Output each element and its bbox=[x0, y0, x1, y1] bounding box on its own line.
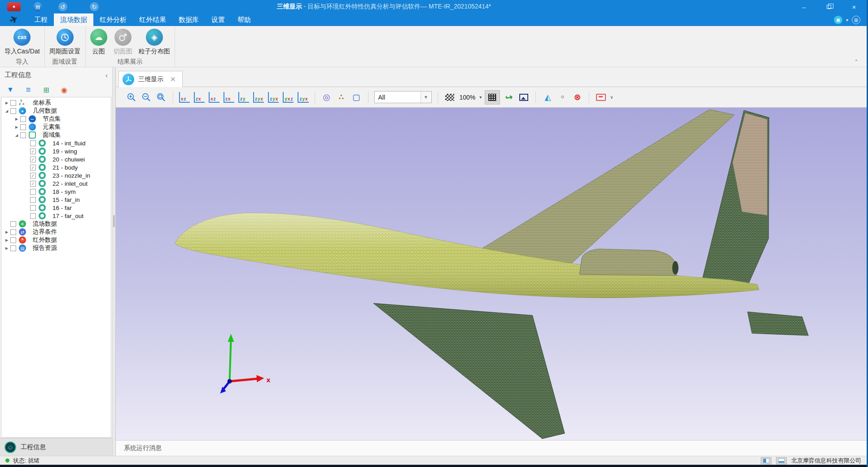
tree-checkbox[interactable] bbox=[10, 221, 16, 227]
combo-arrow-icon[interactable]: ▼ bbox=[421, 92, 431, 103]
tree-item-label[interactable]: 流场数据 bbox=[32, 220, 57, 228]
tree-checkbox[interactable] bbox=[20, 132, 26, 138]
tree-checkbox[interactable] bbox=[30, 189, 36, 195]
tree-item-label[interactable]: 报告资源 bbox=[32, 244, 57, 252]
ribbon-button-导入Cas/Dat[interactable]: cas导入Cas/Dat bbox=[2, 28, 43, 56]
tree-item-label[interactable]: 几何数据 bbox=[32, 107, 57, 115]
menu-item-帮助[interactable]: 帮助 bbox=[231, 13, 257, 26]
tree-item-label[interactable]: 23 - nozzle_in bbox=[52, 172, 90, 179]
tree-checkbox[interactable] bbox=[30, 197, 36, 203]
tree-item-16 - far[interactable]: 16 - far bbox=[1, 204, 111, 212]
tree-item-18 - sym[interactable]: 18 - sym bbox=[1, 188, 111, 196]
locate-icon[interactable]: ◎ bbox=[321, 91, 333, 104]
project-tree[interactable]: ▶yzx坐标系◢▲几何数据▶••节点集▶◌元素集◢面域集14 - int_flu… bbox=[1, 97, 111, 438]
minimize-button[interactable]: – bbox=[791, 0, 816, 13]
network-icon[interactable]: ⚬ bbox=[557, 91, 568, 104]
tree-item-label[interactable]: 15 - far_in bbox=[52, 196, 80, 203]
tree-expander-icon[interactable]: ▶ bbox=[13, 117, 20, 121]
tree-item-label[interactable]: 红外数据 bbox=[32, 236, 57, 244]
tree-item-流场数据[interactable]: <流场数据 bbox=[1, 220, 111, 228]
tree-checkbox[interactable]: ✓ bbox=[30, 148, 36, 154]
snapshot-icon[interactable] bbox=[518, 91, 530, 104]
redo-icon[interactable]: ↻ bbox=[90, 2, 99, 11]
view-orientation-icon-9[interactable]: zyx bbox=[298, 92, 308, 103]
ribbon-button-周期面设置[interactable]: 周期面设置 bbox=[47, 28, 83, 56]
pattern-icon[interactable] bbox=[444, 91, 456, 104]
zoom-percent[interactable]: 100% bbox=[460, 94, 476, 101]
filter-grid-icon[interactable]: ⊞ bbox=[40, 86, 52, 94]
view-orientation-icon-7[interactable]: zyx bbox=[268, 92, 279, 103]
tree-checkbox[interactable] bbox=[10, 100, 16, 106]
tree-checkbox[interactable] bbox=[10, 108, 16, 114]
ribbon-button-粒子分布图[interactable]: ◈粒子分布图 bbox=[136, 28, 173, 56]
tree-item-22 - inlet_out[interactable]: ✓22 - inlet_out bbox=[1, 179, 111, 188]
viewport-3d[interactable]: x bbox=[116, 108, 867, 440]
tree-checkbox[interactable] bbox=[20, 116, 26, 122]
layout-bottom-toggle[interactable] bbox=[776, 457, 787, 464]
tree-item-报告资源[interactable]: ▶▤报告资源 bbox=[1, 244, 111, 252]
menu-item-数据库[interactable]: 数据库 bbox=[172, 13, 205, 26]
tree-item-面域集[interactable]: ◢面域集 bbox=[1, 131, 111, 139]
tree-item-17 - far_out[interactable]: 17 - far_out bbox=[1, 212, 111, 220]
tree-item-label[interactable]: 节点集 bbox=[42, 115, 61, 123]
tree-item-红外数据[interactable]: ▶*红外数据 bbox=[1, 236, 111, 244]
tree-item-label[interactable]: 19 - wing bbox=[52, 148, 77, 155]
restore-button[interactable] bbox=[816, 0, 842, 13]
view-orientation-icon-3[interactable]: xz bbox=[209, 92, 219, 103]
tab-3d-display[interactable]: 三维显示 ✕ bbox=[118, 71, 183, 87]
tree-checkbox[interactable]: ✓ bbox=[30, 165, 36, 170]
tree-item-19 - wing[interactable]: ✓19 - wing bbox=[1, 147, 111, 155]
tree-checkbox[interactable] bbox=[30, 213, 36, 219]
mirror-icon[interactable]: ◭ bbox=[542, 91, 553, 104]
package-caret-icon[interactable]: ∨ bbox=[610, 95, 613, 100]
cancel-icon[interactable]: ⊗ bbox=[571, 91, 583, 104]
package-icon[interactable] bbox=[595, 91, 607, 104]
tree-item-边界条件[interactable]: ▶⇄边界条件 bbox=[1, 228, 111, 236]
tree-item-label[interactable]: 20 - chuiwei bbox=[52, 156, 85, 163]
menu-item-流场数据[interactable]: 流场数据 bbox=[54, 13, 93, 26]
undo-icon[interactable]: ↺ bbox=[58, 2, 67, 11]
ribbon-collapse-button[interactable]: ⌃ bbox=[854, 59, 859, 65]
tab-close-icon[interactable]: ✕ bbox=[170, 75, 176, 83]
tree-item-14 - int_fluid[interactable]: 14 - int_fluid bbox=[1, 139, 111, 147]
tree-expander-icon[interactable]: ◢ bbox=[13, 133, 20, 137]
tree-checkbox[interactable] bbox=[10, 229, 16, 235]
tree-expander-icon[interactable]: ▶ bbox=[13, 125, 20, 129]
export-arrow-icon[interactable]: ↪ bbox=[502, 89, 516, 105]
tree-checkbox[interactable]: ✓ bbox=[30, 181, 36, 187]
view-orientation-icon-2[interactable]: zx bbox=[194, 92, 205, 103]
new-document-icon[interactable]: ▤ bbox=[33, 2, 42, 11]
tree-item-23 - nozzle_in[interactable]: ✓23 - nozzle_in bbox=[1, 171, 111, 179]
tree-item-label[interactable]: 边界条件 bbox=[32, 228, 57, 236]
tree-expander-icon[interactable]: ▶ bbox=[3, 101, 10, 105]
tree-item-几何数据[interactable]: ◢▲几何数据 bbox=[1, 107, 111, 115]
view-orientation-icon-1[interactable]: xz bbox=[179, 92, 190, 103]
view-mode-caret-icon[interactable]: ▾ bbox=[846, 17, 848, 22]
tree-expander-icon[interactable]: ▶ bbox=[3, 246, 10, 250]
filter-target-icon[interactable]: ◉ bbox=[58, 86, 70, 94]
view-mode-icon[interactable]: ▣ bbox=[834, 16, 842, 24]
menu-item-设置[interactable]: 设置 bbox=[205, 13, 231, 26]
zoom-out-icon[interactable] bbox=[140, 91, 152, 104]
view-orientation-icon-8[interactable]: yxz bbox=[283, 92, 294, 103]
tree-item-label[interactable]: 坐标系 bbox=[32, 99, 51, 107]
tree-item-label[interactable]: 22 - inlet_out bbox=[52, 180, 88, 187]
tree-item-坐标系[interactable]: ▶yzx坐标系 bbox=[1, 99, 111, 107]
view-orientation-icon-6[interactable]: zyx bbox=[253, 92, 264, 103]
tree-checkbox[interactable] bbox=[30, 205, 36, 211]
view-orientation-icon-4[interactable]: zx bbox=[224, 92, 234, 103]
box-select-icon[interactable]: ▢ bbox=[351, 91, 362, 104]
ribbon-button-切面图[interactable]: 切面图 bbox=[111, 28, 135, 56]
tree-item-label[interactable]: 16 - far bbox=[52, 205, 72, 211]
tree-item-label[interactable]: 面域集 bbox=[42, 131, 61, 139]
save-icon[interactable]: ✦ bbox=[7, 2, 21, 11]
tree-checkbox[interactable] bbox=[10, 237, 16, 243]
help-book-icon[interactable]: ▥ bbox=[852, 16, 860, 24]
tree-item-label[interactable]: 18 - sym bbox=[52, 188, 76, 195]
display-filter-combo[interactable]: All ▼ bbox=[374, 91, 432, 103]
tree-checkbox[interactable]: ✓ bbox=[30, 157, 36, 162]
zoom-fit-icon[interactable] bbox=[155, 91, 167, 104]
tree-checkbox[interactable] bbox=[20, 124, 26, 130]
close-button[interactable]: × bbox=[842, 0, 867, 13]
tree-item-21 - body[interactable]: ✓21 - body bbox=[1, 163, 111, 171]
